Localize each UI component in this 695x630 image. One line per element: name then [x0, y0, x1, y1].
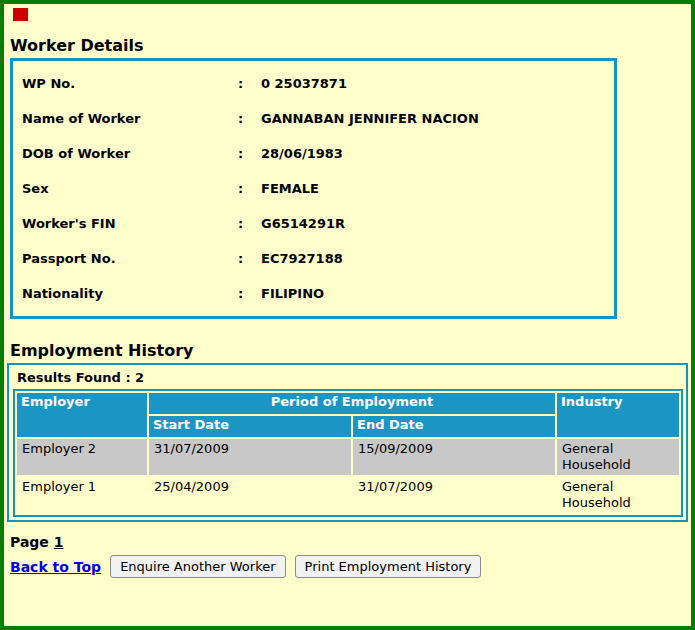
field-colon: : — [238, 111, 261, 126]
page-number-link[interactable]: 1 — [54, 534, 64, 550]
worker-details-title: Worker Details — [10, 36, 691, 55]
red-square-icon — [13, 8, 28, 21]
table-row: Employer 1 25/04/2009 31/07/2009 General… — [17, 477, 679, 513]
header-start-date: Start Date — [149, 416, 351, 437]
field-dob: DOB of Worker : 28/06/1983 — [13, 136, 614, 171]
table-header-row-1: Employer Period of Employment Industry — [17, 393, 679, 414]
header-end-date: End Date — [353, 416, 555, 437]
cell-end-date: 31/07/2009 — [353, 477, 555, 513]
field-colon: : — [238, 286, 261, 301]
field-label: Passport No. — [13, 251, 238, 266]
field-label: Sex — [13, 181, 238, 196]
field-nationality: Nationality : FILIPINO — [13, 276, 614, 311]
field-colon: : — [238, 146, 261, 161]
field-colon: : — [238, 181, 261, 196]
field-colon: : — [238, 76, 261, 91]
field-label: WP No. — [13, 76, 238, 91]
cell-employer: Employer 1 — [17, 477, 147, 513]
footer-actions: Back to Top Enquire Another Worker Print… — [10, 555, 691, 578]
field-colon: : — [238, 216, 261, 231]
header-industry: Industry — [557, 393, 679, 437]
header-period-of-employment: Period of Employment — [149, 393, 555, 414]
field-value: 0 25037871 — [261, 76, 614, 91]
cell-start-date: 25/04/2009 — [149, 477, 351, 513]
field-label: Name of Worker — [13, 111, 238, 126]
field-label: Worker's FIN — [13, 216, 238, 231]
cell-industry: General Household — [557, 477, 679, 513]
employment-history-box: Results Found : 2 Employer Period of Emp… — [7, 363, 688, 522]
field-colon: : — [238, 251, 261, 266]
results-found-label: Results Found : 2 — [13, 368, 682, 386]
field-value: EC7927188 — [261, 251, 614, 266]
field-value: FILIPINO — [261, 286, 614, 301]
field-fin: Worker's FIN : G6514291R — [13, 206, 614, 241]
cell-end-date: 15/09/2009 — [353, 439, 555, 475]
field-value: FEMALE — [261, 181, 614, 196]
enquire-another-worker-button[interactable]: Enquire Another Worker — [110, 555, 285, 578]
worker-details-box: WP No. : 0 25037871 Name of Worker : GAN… — [10, 58, 617, 319]
header-employer: Employer — [17, 393, 147, 437]
page-frame: Worker Details WP No. : 0 25037871 Name … — [0, 0, 695, 630]
field-name-of-worker: Name of Worker : GANNABAN JENNIFER NACIO… — [13, 101, 614, 136]
pagination: Page 1 — [10, 534, 691, 551]
cell-industry: General Household — [557, 439, 679, 475]
employment-history-title: Employment History — [10, 341, 691, 360]
field-sex: Sex : FEMALE — [13, 171, 614, 206]
field-label: DOB of Worker — [13, 146, 238, 161]
page-label: Page — [10, 534, 49, 550]
cell-start-date: 31/07/2009 — [149, 439, 351, 475]
field-passport-no: Passport No. : EC7927188 — [13, 241, 614, 276]
field-value: GANNABAN JENNIFER NACION — [261, 111, 614, 126]
field-wp-no: WP No. : 0 25037871 — [13, 66, 614, 101]
cell-employer: Employer 2 — [17, 439, 147, 475]
print-employment-history-button[interactable]: Print Employment History — [295, 555, 482, 578]
field-value: G6514291R — [261, 216, 614, 231]
field-label: Nationality — [13, 286, 238, 301]
employment-history-table: Employer Period of Employment Industry S… — [13, 389, 683, 517]
table-row: Employer 2 31/07/2009 15/09/2009 General… — [17, 439, 679, 475]
field-value: 28/06/1983 — [261, 146, 614, 161]
back-to-top-link[interactable]: Back to Top — [10, 559, 101, 575]
